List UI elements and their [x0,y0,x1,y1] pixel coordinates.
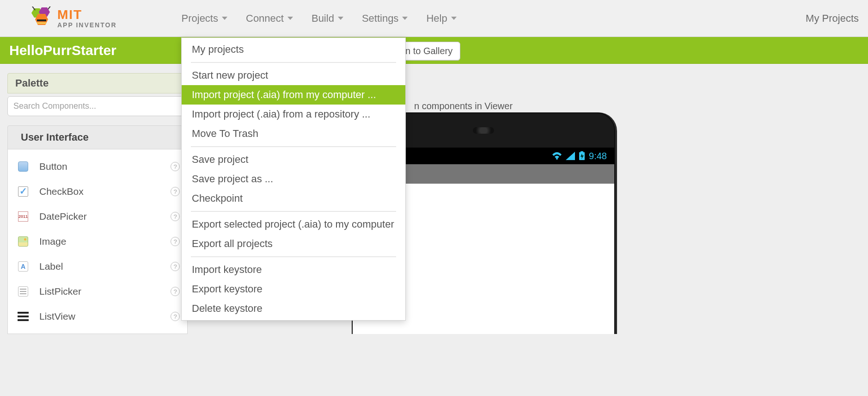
listview-icon [17,310,29,322]
dd-import-from-repository[interactable]: Import project (.aia) from a repository … [182,105,405,124]
battery-icon [579,151,585,161]
image-icon [17,235,29,248]
brand-line2: APP INVENTOR [57,21,117,29]
project-title: HelloPurrStarter [9,43,116,58]
signal-icon [566,152,575,160]
dd-start-new-project[interactable]: Start new project [182,66,405,85]
palette-item-label[interactable]: A Label ? [13,254,182,279]
dropdown-separator [191,211,396,212]
phone-speaker [473,127,494,134]
svg-line-6 [48,6,51,9]
dd-checkpoint[interactable]: Checkpoint [182,189,405,208]
menu-settings[interactable]: Settings [362,12,408,25]
gallery-button[interactable]: n to Gallery [397,42,460,61]
palette-item-image[interactable]: Image ? [13,229,182,254]
menu-help[interactable]: Help [426,12,456,25]
dd-export-selected[interactable]: Export selected project (.aia) to my com… [182,215,405,234]
dd-move-to-trash[interactable]: Move To Trash [182,124,405,143]
dd-export-keystore[interactable]: Export keystore [182,279,405,299]
search-input[interactable] [7,96,188,116]
palette-item-label: Image [39,236,66,247]
brand-text: MIT APP INVENTOR [57,8,117,29]
caret-icon [222,17,227,20]
menu-settings-label: Settings [362,12,399,25]
datepicker-icon: 2011 [17,210,29,223]
svg-rect-4 [37,22,46,24]
menu-projects-label: Projects [182,12,218,25]
menu-connect-label: Connect [246,12,284,25]
svg-rect-3 [37,19,46,21]
help-icon[interactable]: ? [171,287,180,296]
brand-line1: MIT [57,8,117,21]
caret-icon [402,17,408,20]
svg-point-7 [556,158,558,160]
listpicker-icon [17,285,29,297]
help-icon[interactable]: ? [171,237,180,246]
menu-build-label: Build [312,12,334,25]
my-projects-link[interactable]: My Projects [806,12,859,25]
workspace: Palette User Interface Button ? CheckBox… [0,64,868,334]
menu-build[interactable]: Build [312,12,343,25]
palette-item-label: ListView [39,311,75,322]
brand-logo[interactable]: MIT APP INVENTOR [28,6,117,31]
menu-projects[interactable]: Projects [182,12,227,25]
dropdown-separator [191,62,396,63]
palette-item-label: CheckBox [39,186,84,197]
help-icon[interactable]: ? [171,162,180,171]
dd-save-project-as[interactable]: Save project as ... [182,169,405,189]
menu-bar: Projects Connect Build Settings Help [182,12,457,25]
projects-dropdown: My projects Start new project Import pro… [181,37,406,321]
dropdown-separator [191,256,396,257]
palette-header: Palette [7,73,188,93]
palette-item-label: Button [39,161,67,172]
caret-icon [287,17,293,20]
dd-save-project[interactable]: Save project [182,150,405,169]
palette-category-user-interface[interactable]: User Interface [7,125,188,149]
palette-item-datepicker[interactable]: 2011 DatePicker ? [13,204,182,229]
menu-connect[interactable]: Connect [246,12,293,25]
palette-category-body: Button ? CheckBox ? 2011 DatePicker ? Im… [7,149,188,334]
help-icon[interactable]: ? [171,212,180,221]
palette-item-label: ListPicker [39,286,81,297]
menu-help-label: Help [426,12,447,25]
help-icon[interactable]: ? [171,312,180,321]
phone-clock: 9:48 [589,151,607,161]
svg-marker-8 [566,152,575,160]
palette-item-label: DatePicker [39,211,87,222]
caret-icon [451,17,457,20]
project-bar: HelloPurrStarter n to Gallery [0,37,868,64]
caret-icon [338,17,343,20]
palette-item-checkbox[interactable]: CheckBox ? [13,179,182,204]
palette-item-label: Label [39,261,63,272]
palette-item-button[interactable]: Button ? [13,154,182,179]
viewer-hint: n components in Viewer [414,101,513,111]
dd-delete-keystore[interactable]: Delete keystore [182,299,405,318]
dd-my-projects[interactable]: My projects [182,40,405,59]
top-bar: MIT APP INVENTOR Projects Connect Build … [0,0,868,37]
dd-import-keystore[interactable]: Import keystore [182,260,405,279]
palette-item-listview[interactable]: ListView ? [13,304,182,329]
wifi-icon [552,152,562,160]
svg-rect-10 [581,151,583,153]
dd-export-all[interactable]: Export all projects [182,234,405,254]
button-icon [17,161,29,173]
palette-item-listpicker[interactable]: ListPicker ? [13,279,182,304]
help-icon[interactable]: ? [171,187,180,196]
dd-import-from-computer[interactable]: Import project (.aia) from my computer .… [182,85,405,105]
label-icon: A [17,260,29,272]
help-icon[interactable]: ? [171,262,180,271]
dropdown-separator [191,146,396,147]
bee-icon [28,6,55,31]
palette-panel: Palette User Interface Button ? CheckBox… [7,73,188,334]
checkbox-icon [17,186,29,198]
